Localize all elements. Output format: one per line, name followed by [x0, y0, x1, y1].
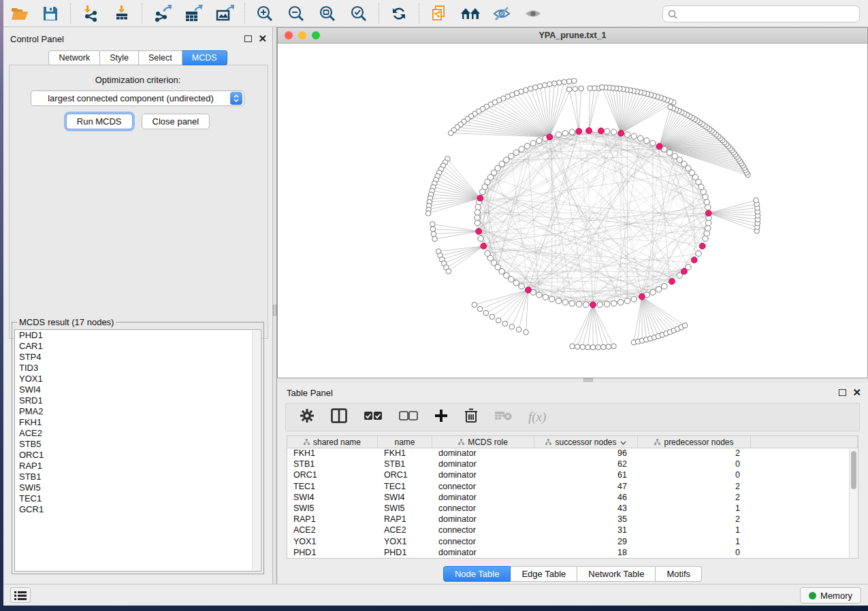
network-window-title: YPA_prune.txt_1	[278, 31, 867, 40]
export-table-icon[interactable]	[183, 3, 204, 24]
main-toolbar	[3, 0, 868, 27]
network-view[interactable]	[278, 44, 867, 378]
task-history-button[interactable]	[10, 587, 31, 603]
mcds-result-item[interactable]: SWI5	[15, 482, 261, 493]
export-image-icon[interactable]	[214, 3, 235, 24]
scrollbar-thumb[interactable]	[851, 451, 856, 489]
add-column-icon[interactable]	[434, 409, 448, 425]
import-table-icon[interactable]	[112, 3, 132, 24]
mcds-result-item[interactable]: SWI4	[15, 384, 261, 395]
mcds-result-list[interactable]: PHD1CAR1STP4TID3YOX1SWI4SRD1PMA2FKH1ACE2…	[14, 329, 261, 572]
column-header-name[interactable]: name	[378, 436, 432, 448]
tab-network-table[interactable]: Network Table	[577, 566, 656, 582]
column-header-shared-name[interactable]: shared name	[287, 436, 378, 448]
refresh-icon[interactable]	[389, 3, 409, 24]
import-network-icon[interactable]	[80, 3, 101, 24]
result-scrollbar[interactable]	[252, 331, 260, 570]
table-row[interactable]: ACE2ACE2connector311	[287, 525, 858, 536]
table-row[interactable]: PHD1PHD1dominator180	[287, 548, 858, 559]
clone-network-icon[interactable]	[429, 3, 449, 24]
optimization-criterion-label: Optimization criterion:	[3, 75, 272, 85]
zoom-out-icon[interactable]	[286, 3, 306, 24]
table-row[interactable]: STB1STB1dominator620	[287, 459, 858, 470]
mcds-result-item[interactable]: ACE2	[15, 428, 261, 439]
vertical-splitter[interactable]	[272, 27, 277, 584]
node-table: shared namenameMCDS rolesuccessor nodesp…	[287, 435, 858, 559]
criterion-select[interactable]: largest connected component (undirected)	[31, 90, 244, 106]
hide-selected-icon[interactable]	[492, 3, 512, 24]
control-panel-tabs: Network Style Select MCDS	[3, 50, 272, 65]
tab-node-table[interactable]: Node Table	[443, 566, 511, 582]
mcds-result-item[interactable]: GCR1	[15, 504, 261, 515]
zoom-in-icon[interactable]	[255, 3, 275, 24]
network-graph[interactable]	[278, 44, 867, 378]
zoom-fit-icon[interactable]	[317, 3, 338, 24]
table-row[interactable]: RAP1RAP1dominator352	[287, 514, 858, 525]
splitter-grip[interactable]	[583, 378, 593, 382]
network-window-titlebar[interactable]: YPA_prune.txt_1	[278, 28, 867, 44]
memory-button[interactable]: Memory	[800, 587, 861, 604]
table-row[interactable]: TEC1TEC1connector472	[287, 482, 858, 493]
run-mcds-button[interactable]: Run MCDS	[66, 114, 133, 129]
mcds-result-item[interactable]: TID3	[15, 363, 261, 374]
mcds-result-item[interactable]: YOX1	[15, 374, 261, 384]
column-header-successor-nodes[interactable]: successor nodes	[534, 436, 638, 448]
table-row[interactable]: FKH1FKH1dominator962	[287, 448, 858, 459]
table-panel: Table Panel ✕ f(x) shared namenameMCDS r…	[277, 382, 868, 584]
close-panel-icon[interactable]: ✕	[258, 35, 267, 42]
first-neighbors-icon[interactable]	[460, 3, 481, 24]
deselect-all-icon[interactable]	[399, 411, 418, 423]
export-network-icon[interactable]	[152, 3, 172, 24]
mcds-result-item[interactable]: RAP1	[15, 461, 261, 472]
mcds-result-item[interactable]: CAR1	[15, 341, 261, 352]
mcds-result-item[interactable]: STP4	[15, 352, 261, 363]
tab-network[interactable]: Network	[48, 50, 100, 65]
mcds-result-item[interactable]: SRD1	[15, 395, 261, 406]
tab-select[interactable]: Select	[139, 50, 182, 65]
mcds-result-item[interactable]: FKH1	[15, 417, 261, 428]
column-selector-icon[interactable]	[331, 408, 347, 426]
select-stepper-icon	[230, 92, 242, 105]
save-icon[interactable]	[40, 3, 61, 24]
delete-column-icon[interactable]	[464, 408, 478, 426]
table-panel-title: Table Panel	[287, 388, 333, 398]
mcds-result-item[interactable]: ORC1	[15, 450, 261, 461]
zoom-selected-icon[interactable]	[349, 3, 369, 24]
table-row[interactable]: ORC1ORC1dominator610	[287, 470, 858, 481]
tab-style[interactable]: Style	[100, 50, 139, 65]
column-header-predecessor-nodes[interactable]: predecessor nodes	[638, 436, 751, 448]
mcds-result-title: MCDS result (17 nodes)	[17, 317, 116, 327]
search-input[interactable]	[681, 9, 859, 19]
open-file-icon[interactable]	[9, 3, 29, 24]
memory-status-icon	[809, 592, 816, 599]
column-header-MCDS-role[interactable]: MCDS role	[432, 436, 534, 448]
shared-column-icon	[654, 437, 660, 447]
gear-icon[interactable]	[300, 408, 315, 426]
mcds-result-item[interactable]: PHD1	[15, 330, 261, 341]
delete-table-icon[interactable]	[494, 410, 512, 424]
tab-mcds[interactable]: MCDS	[182, 50, 227, 65]
show-all-icon[interactable]	[523, 3, 543, 24]
toolbar-separator	[70, 3, 71, 24]
table-toolbar: f(x)	[285, 403, 860, 431]
mcds-result-group: MCDS result (17 nodes) PHD1CAR1STP4TID3Y…	[12, 317, 264, 574]
table-scrollbar[interactable]	[849, 449, 858, 558]
mcds-result-item[interactable]: STB5	[15, 439, 261, 450]
close-panel-icon[interactable]: ✕	[852, 389, 861, 396]
splitter-grip[interactable]	[273, 305, 276, 316]
float-panel-icon[interactable]	[244, 35, 252, 42]
search-field[interactable]	[662, 5, 860, 22]
select-all-icon[interactable]	[364, 411, 383, 423]
mcds-result-item[interactable]: PMA2	[15, 406, 261, 417]
table-row[interactable]: YOX1YOX1connector291	[287, 537, 858, 548]
table-row[interactable]: SWI4SWI4dominator462	[287, 493, 858, 503]
tab-edge-table[interactable]: Edge Table	[511, 566, 577, 582]
table-row[interactable]: SWI5SWI5connector431	[287, 503, 858, 514]
mcds-result-item[interactable]: TEC1	[15, 493, 261, 504]
tab-motifs[interactable]: Motifs	[656, 566, 702, 582]
function-builder-icon[interactable]: f(x)	[528, 410, 546, 425]
close-panel-button[interactable]: Close panel	[142, 114, 210, 129]
memory-label: Memory	[820, 591, 852, 601]
mcds-result-item[interactable]: STB1	[15, 472, 261, 482]
float-panel-icon[interactable]	[839, 389, 846, 396]
